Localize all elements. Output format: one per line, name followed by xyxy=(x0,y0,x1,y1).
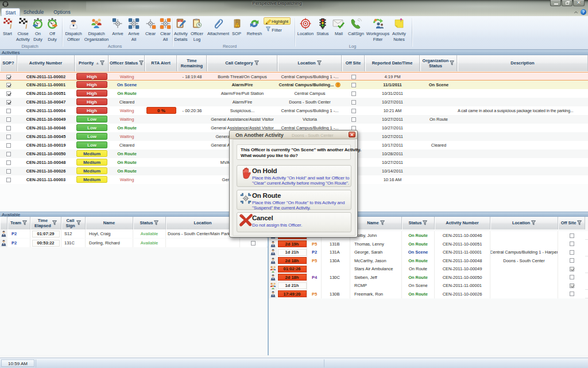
svg-text:!: ! xyxy=(237,24,238,27)
svg-text:!: ! xyxy=(338,83,339,87)
svg-text:14: 14 xyxy=(179,20,181,22)
